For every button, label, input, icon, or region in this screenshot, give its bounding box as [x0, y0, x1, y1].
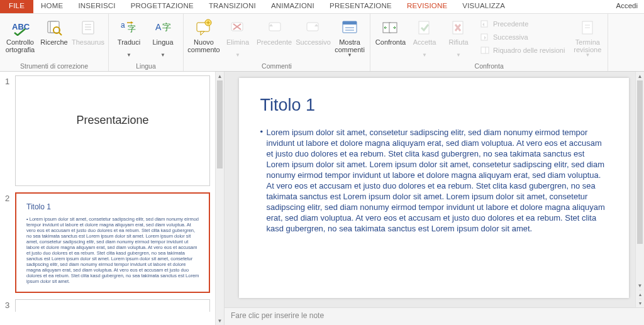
svg-rect-22: [269, 23, 280, 31]
next-comment-button[interactable]: Successivo: [294, 15, 332, 53]
show-comments-button[interactable]: Mostra commenti ▼: [333, 15, 366, 57]
language-button[interactable]: A字 Lingua ▼: [147, 15, 179, 57]
reject-label: Rifiuta: [448, 38, 468, 53]
prev-comment-button[interactable]: Precedente: [255, 15, 293, 53]
slide-canvas[interactable]: Titolo 1 • Lorem ipsum dolor sit amet, c…: [225, 72, 644, 307]
thumb-body: • Lorem ipsum dolor sit amet, consetetur…: [26, 216, 200, 284]
group-language-label: Lingua: [113, 62, 179, 71]
svg-text:字: 字: [162, 22, 171, 32]
compare-icon: [380, 18, 401, 38]
next-change-icon: [480, 32, 490, 42]
new-comment-icon: [194, 18, 214, 38]
end-review-icon: [577, 18, 597, 38]
spellcheck-icon: ABC: [10, 18, 30, 38]
thesaurus-button[interactable]: Thesaurus: [72, 15, 104, 53]
chevron-down-icon: ▼: [235, 53, 240, 57]
group-proofing-label: Strumenti di correzione: [4, 62, 104, 71]
chevron-down-icon: ▼: [126, 53, 131, 57]
thumbnail-slide-2[interactable]: Titolo 1 • Lorem ipsum dolor sit amet, c…: [15, 192, 210, 293]
show-comments-icon: [340, 18, 360, 38]
group-language: a字 Traduci ▼ A字 Lingua ▼ Lingua: [109, 14, 184, 71]
tab-presentazione[interactable]: PRESENTAZIONE: [322, 0, 399, 13]
language-icon: A字: [153, 18, 173, 38]
tab-animazioni[interactable]: ANIMAZIONI: [264, 0, 322, 13]
tab-revisione[interactable]: REVISIONE: [399, 0, 455, 13]
reject-icon: [448, 18, 469, 38]
chevron-down-icon: ▼: [422, 53, 427, 57]
svg-line-4: [59, 33, 62, 35]
spellcheck-label: Controllo ortografia: [6, 38, 35, 53]
svg-marker-15: [201, 31, 204, 35]
thumb-row-3: 3: [5, 299, 210, 312]
research-icon: [44, 18, 64, 38]
slide[interactable]: Titolo 1 • Lorem ipsum dolor sit amet, c…: [239, 78, 629, 298]
reject-button[interactable]: Rifiuta ▼: [442, 15, 475, 57]
next-comment-icon: [303, 18, 323, 38]
next-comment-label: Successivo: [296, 38, 331, 53]
spellcheck-button[interactable]: ABC Controllo ortografia: [4, 15, 36, 53]
prev-comment-icon: [264, 18, 284, 38]
next-change-label: Successiva: [493, 33, 528, 41]
svg-rect-32: [419, 21, 429, 34]
scroll-track[interactable]: [216, 80, 224, 316]
research-label: Ricerche: [40, 38, 67, 53]
svg-rect-5: [82, 21, 94, 34]
svg-rect-40: [481, 47, 489, 53]
chevron-down-icon: ▼: [585, 53, 590, 57]
thumb-number: 2: [5, 192, 15, 203]
prev-change-icon: [480, 19, 490, 29]
svg-rect-24: [307, 23, 318, 31]
scroll-down-icon[interactable]: ▼: [216, 316, 224, 325]
compare-button[interactable]: Confronta: [374, 15, 407, 53]
tab-home[interactable]: HOME: [33, 0, 70, 13]
prev-slide-icon[interactable]: ▴: [639, 290, 641, 299]
scroll-track[interactable]: [636, 80, 644, 281]
accept-label: Accetta: [413, 38, 436, 53]
svg-text:字: 字: [128, 24, 136, 33]
prev-change-button[interactable]: Precedente: [477, 18, 567, 30]
new-comment-button[interactable]: Nuovo commento: [187, 15, 220, 53]
svg-text:ABC: ABC: [12, 22, 30, 31]
thumbnail-slide-3[interactable]: [15, 299, 210, 312]
main-area: 1 Presentazione 2 Titolo 1 • Lorem ipsum…: [0, 72, 644, 325]
research-button[interactable]: Ricerche: [38, 15, 70, 53]
thumb-row-2: 2 Titolo 1 • Lorem ipsum dolor sit amet,…: [5, 192, 210, 293]
group-comments: Nuovo commento Elimina ▼ Precedente Suc: [184, 14, 370, 71]
svg-text:a: a: [121, 21, 125, 30]
chevron-down-icon: ▼: [347, 53, 352, 57]
notes-pane[interactable]: Fare clic per inserire le note: [225, 307, 644, 325]
scroll-down-icon[interactable]: ▼: [636, 281, 644, 290]
scroll-up-icon[interactable]: ▲: [216, 72, 224, 80]
next-change-button[interactable]: Successiva: [477, 31, 567, 43]
chevron-down-icon: ▼: [160, 53, 165, 57]
tab-visualizza[interactable]: VISUALIZZA: [455, 0, 513, 13]
revisions-pane-icon: [480, 45, 490, 55]
scroll-thumb[interactable]: [637, 80, 643, 244]
editor-scrollbar[interactable]: ▲ ▼ ▴ ▾: [635, 72, 644, 307]
scroll-thumb[interactable]: [217, 80, 223, 168]
scroll-up-icon[interactable]: ▲: [636, 72, 644, 80]
sign-in-link[interactable]: Accedi: [616, 0, 644, 13]
thumbnail-slide-1[interactable]: Presentazione: [15, 75, 210, 186]
tab-inserisci[interactable]: INSERISCI: [70, 0, 123, 13]
slide-title[interactable]: Titolo 1: [260, 96, 316, 115]
next-slide-icon[interactable]: ▾: [639, 299, 641, 307]
chevron-down-icon: ▼: [456, 53, 461, 57]
delete-comment-icon: [228, 18, 248, 38]
end-review-button[interactable]: Termina revisione ▼: [571, 15, 604, 57]
thumbnails-pane: 1 Presentazione 2 Titolo 1 • Lorem ipsum…: [0, 72, 225, 325]
accept-button[interactable]: Accetta ▼: [408, 15, 441, 57]
slide-body-text[interactable]: Lorem ipsum dolor sit amet, consetetur s…: [267, 127, 610, 234]
svg-text:A: A: [155, 22, 162, 32]
new-comment-label: Nuovo commento: [187, 38, 219, 53]
translate-button[interactable]: a字 Traduci ▼: [113, 15, 145, 57]
group-compare: Confronta Accetta ▼ Rifiuta ▼ Preceden: [370, 14, 608, 71]
tab-file[interactable]: FILE: [0, 0, 33, 13]
tab-transizioni[interactable]: TRANSIZIONI: [201, 0, 264, 13]
tab-progettazione[interactable]: PROGETTAZIONE: [123, 0, 201, 13]
thumb-row-1: 1 Presentazione: [5, 75, 210, 186]
thumbs-scrollbar[interactable]: ▲ ▼: [215, 72, 224, 325]
delete-comment-button[interactable]: Elimina ▼: [221, 15, 254, 57]
thumb-title: Titolo 1: [26, 202, 51, 211]
revisions-pane-button[interactable]: Riquadro delle revisioni: [477, 44, 567, 57]
